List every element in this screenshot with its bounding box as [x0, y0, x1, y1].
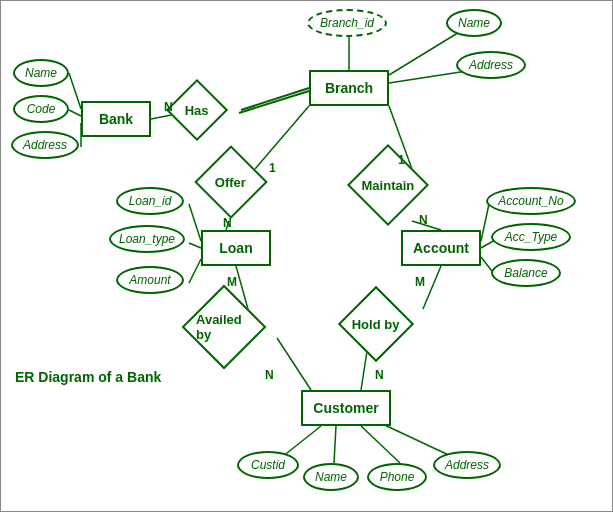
attr-branch-id: Branch_id: [307, 9, 387, 37]
attr-bank-address: Address: [11, 131, 79, 159]
svg-line-25: [361, 426, 400, 463]
attr-loan-id: Loan_id: [116, 187, 184, 215]
attr-bank-name: Name: [13, 59, 69, 87]
attr-custid: Custid: [237, 451, 299, 479]
rel-has: Has: [166, 79, 228, 141]
svg-line-16: [481, 204, 489, 241]
rel-maintain: Maintain: [347, 144, 429, 226]
svg-line-9: [255, 106, 309, 169]
attr-account-no: Account_No: [486, 187, 576, 215]
rel-offer: Offer: [194, 145, 268, 219]
svg-line-13: [189, 204, 201, 241]
mult-availed-cust: N: [265, 368, 274, 382]
entity-bank: Bank: [81, 101, 151, 137]
svg-line-3: [69, 73, 81, 109]
svg-line-20: [423, 266, 441, 309]
attr-loan-type: Loan_type: [109, 225, 185, 253]
connection-lines: [1, 1, 613, 512]
svg-line-14: [189, 243, 201, 248]
mult-hold-account: M: [415, 275, 425, 289]
mult-offer-branch: 1: [269, 161, 276, 175]
svg-line-15: [189, 259, 201, 283]
mult-offer-loan: N: [223, 216, 232, 230]
attr-balance: Balance: [491, 259, 561, 287]
entity-branch: Branch: [309, 70, 389, 106]
attr-branch-name: Name: [446, 9, 502, 37]
mult-has-bank: N: [164, 100, 173, 114]
svg-line-4: [69, 110, 81, 116]
svg-line-1: [241, 88, 309, 110]
attr-amount: Amount: [116, 266, 184, 294]
mult-maintain-account: N: [419, 213, 428, 227]
attr-cust-name: Name: [303, 463, 359, 491]
entity-customer: Customer: [301, 390, 391, 426]
attr-phone: Phone: [367, 463, 427, 491]
mult-hold-cust: N: [375, 368, 384, 382]
mult-availed-loan: M: [227, 275, 237, 289]
rel-availed-by: Availed by: [182, 285, 267, 370]
attr-branch-address: Address: [456, 51, 526, 79]
svg-line-24: [334, 426, 336, 463]
entity-account: Account: [401, 230, 481, 266]
svg-line-2: [239, 91, 309, 113]
er-diagram-canvas: Bank Branch Loan Account Customer Has Of…: [0, 0, 613, 512]
rel-hold-by: Hold by: [338, 286, 414, 362]
diagram-title: ER Diagram of a Bank: [15, 369, 161, 385]
svg-line-21: [277, 338, 311, 390]
attr-cust-address: Address: [433, 451, 501, 479]
mult-maintain-branch: 1: [398, 153, 405, 167]
attr-acc-type: Acc_Type: [491, 223, 571, 251]
entity-loan: Loan: [201, 230, 271, 266]
attr-bank-code: Code: [13, 95, 69, 123]
